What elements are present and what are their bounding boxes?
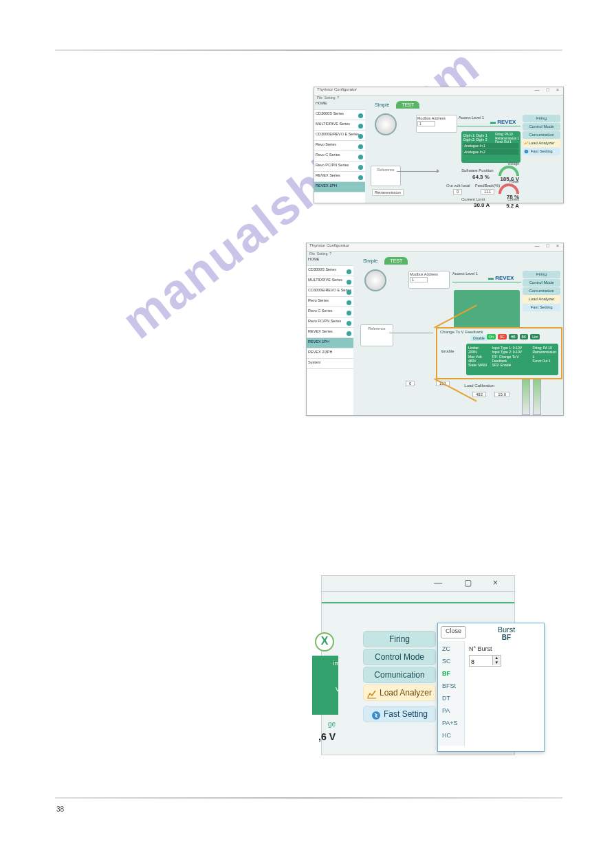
sidebar-item[interactable]: System <box>307 359 353 369</box>
window-titlebar: Thyristor Configurator — □ × <box>307 243 563 252</box>
current-limit-label: Current Limit <box>461 197 485 201</box>
app-window-1: Thyristor Configurator — □ × File Settin… <box>314 87 564 203</box>
mode-zc[interactable]: ZC <box>438 643 464 655</box>
window-controls[interactable]: — ▢ × <box>434 578 507 588</box>
close-button[interactable]: Close <box>441 626 466 638</box>
n-burst-label: N° Burst <box>469 645 540 652</box>
mode-pa[interactable]: PA <box>438 704 464 717</box>
svg-point-0 <box>525 150 529 154</box>
window-titlebar: Thyristor Configurator — □ × <box>314 87 563 96</box>
outvolt-label: Out volt local <box>446 183 470 188</box>
comunication-button[interactable]: Comunication <box>363 667 436 683</box>
sidebar-item[interactable]: Revo PC/PN Series <box>314 162 365 172</box>
addr-label: Modbus Address <box>417 116 456 120</box>
tab-simple[interactable]: Simple <box>358 257 383 265</box>
firing-popup: Close Burst BF ZC SC BF BFSt DT PA PA+S … <box>437 623 545 752</box>
mode-hc[interactable]: HC <box>438 729 464 742</box>
addr-value[interactable]: 1 <box>417 121 435 126</box>
firing-button[interactable]: Firing <box>523 271 560 278</box>
sidebar-item[interactable]: REVEX Series <box>314 172 365 182</box>
mode-dt[interactable]: DT <box>438 692 464 704</box>
n-burst-stepper[interactable]: ▲▼ <box>469 655 501 667</box>
connector-line <box>389 333 433 334</box>
tab-test[interactable]: TEST <box>396 101 419 109</box>
sidebar-item-selected[interactable]: REVEX 1PH <box>307 338 353 348</box>
outvolt-value[interactable]: 0 <box>453 189 462 194</box>
sidebar-item[interactable]: Revo Series <box>307 297 353 307</box>
sidebar-item[interactable]: CD3000S Series <box>307 266 353 276</box>
current-limit-value: 30.0 A <box>474 202 490 208</box>
control-mode-button[interactable]: Control Mode <box>363 649 436 665</box>
load-analyzer-button[interactable]: Load Analyzer <box>523 296 560 303</box>
sidebar-item[interactable]: MULTIDRIVE Series <box>307 276 353 287</box>
sidebar-item[interactable]: REVEX 2/3PH <box>307 348 353 359</box>
outvolt-value[interactable]: 0 <box>406 381 415 386</box>
mode-sc[interactable]: SC <box>438 655 464 667</box>
sidebar-item[interactable]: Revo Series <box>314 141 365 151</box>
load-cal-lv[interactable]: 482 <box>472 392 486 397</box>
close-round-icon[interactable]: X <box>315 632 334 652</box>
callout-title: Change To V Feedback <box>440 330 483 334</box>
canvas: Simple TEST Modbus Address 1 Access Leve… <box>365 100 563 203</box>
fast-setting-button[interactable]: Fast Setting <box>363 706 436 722</box>
stepper-arrows[interactable]: ▲▼ <box>492 656 501 665</box>
firing-mode-list: ZC SC BF BFSt DT PA PA+S HC <box>438 641 465 746</box>
firing-button[interactable]: Firing <box>363 631 436 647</box>
modbus-addr: Modbus Address 1 <box>408 271 450 289</box>
comunication-button[interactable]: Comunication <box>523 131 560 139</box>
fast-setting-button[interactable]: Fast Setting <box>523 304 560 311</box>
sidebar-item[interactable]: CD3000E/REVO E Series <box>307 287 353 297</box>
fast-setting-button[interactable]: Fast Setting <box>523 148 560 155</box>
revex-logo: ▬ REVEX <box>490 119 516 125</box>
control-mode-button[interactable]: Control Mode <box>523 123 560 131</box>
tab-bar: Simple TEST <box>358 257 408 265</box>
app-window-2: Thyristor Configurator — □ × File Settin… <box>306 243 564 416</box>
reference-box: Reference <box>360 324 393 346</box>
sidebar-home[interactable]: HOME <box>314 100 365 110</box>
unit-block: DigIn 1: DigIn 1 DigIn 2: DigIn 2 Analog… <box>461 131 520 163</box>
page-number: 38 <box>56 805 64 813</box>
mode-pas[interactable]: PA+S <box>438 717 464 729</box>
access-level: Access Level 1 <box>452 271 478 276</box>
reference-knob[interactable] <box>364 269 386 291</box>
p: It is also possible to set Soft Start / … <box>56 630 276 650</box>
unit-block-bg <box>454 290 520 329</box>
feedback-value: 111 <box>481 189 494 194</box>
software-position-value: 64.3 % <box>472 174 490 180</box>
popup-title: Burst BF <box>469 623 544 641</box>
sidebar-item[interactable]: MULTIDRIVE Series <box>314 120 365 131</box>
window-controls[interactable]: — □ × <box>535 243 562 248</box>
mode-bf[interactable]: BF <box>438 667 464 680</box>
sidebar-home[interactable]: HOME <box>307 256 353 266</box>
callout-disable-btn[interactable]: Disable <box>470 335 487 341</box>
sidebar-item[interactable]: CD3000E/REVO E Series <box>314 131 365 141</box>
n-burst-input[interactable] <box>470 658 490 666</box>
reference-knob[interactable] <box>375 113 397 135</box>
sidebar-item[interactable]: REVEX Series <box>307 328 353 338</box>
load-analyzer-button[interactable]: Load Analyzer <box>363 685 436 701</box>
p: This section is used to select the firin… <box>56 592 276 603</box>
sidebar-item[interactable]: Revo C Series <box>307 307 353 318</box>
p: It is possible to choose between: Zero C… <box>56 606 276 627</box>
load-analyzer-button[interactable]: Load Analyzer <box>523 140 560 147</box>
modbus-addr: Modbus Address 1 <box>416 115 457 133</box>
tab-test[interactable]: TEST <box>384 257 408 265</box>
control-mode-button[interactable]: Control Mode <box>523 279 560 287</box>
mode-bfst[interactable]: BFSt <box>438 680 464 692</box>
chart-icon <box>367 688 377 698</box>
load-cal-ls[interactable]: 15.0 <box>494 392 509 397</box>
sidebar-item-selected[interactable]: REVEX 1PH <box>314 182 365 192</box>
firing-button[interactable]: Firing <box>523 115 560 122</box>
status-chips: On SC HB BK Lim <box>487 334 540 340</box>
window-title: Thyristor Configurator <box>317 87 357 91</box>
tab-simple[interactable]: Simple <box>369 101 395 109</box>
top-rule <box>55 49 562 51</box>
sidebar-item[interactable]: CD3000S Series <box>314 110 365 120</box>
window-controls[interactable]: — □ × <box>535 87 562 92</box>
feedback-label: FeedBack(%) <box>475 183 500 188</box>
sidebar-item[interactable]: Revo PC/PN Series <box>307 318 353 328</box>
sidebar-item[interactable]: Revo C Series <box>314 151 365 162</box>
comunication-button[interactable]: Comunication <box>523 287 560 295</box>
tab-bar: Simple TEST <box>369 101 419 109</box>
current-gauge: Current 9.2 A <box>506 197 519 209</box>
